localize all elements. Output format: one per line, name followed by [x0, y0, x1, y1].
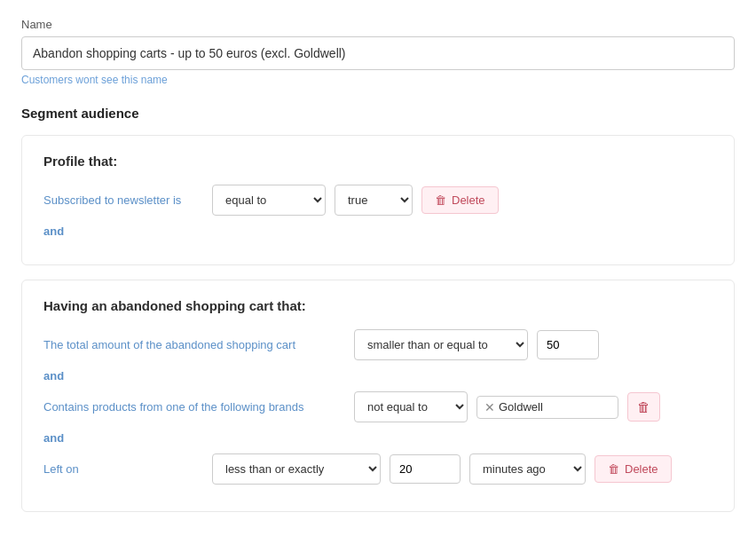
cart-and-label-2: and [43, 431, 713, 445]
brands-condition-row: Contains products from one of the follow… [43, 391, 713, 422]
left-on-condition-row: Left on less than or exactly greater tha… [43, 453, 713, 485]
total-amount-operator-select[interactable]: smaller than or equal to equal to greate… [354, 329, 528, 360]
brand-tag-label: Goldwell [499, 400, 543, 414]
name-input[interactable] [21, 36, 735, 70]
left-on-label: Left on [43, 462, 203, 476]
total-amount-condition-row: The total amount of the abandoned shoppi… [43, 329, 713, 360]
newsletter-condition-label: Subscribed to newsletter is [43, 193, 203, 207]
cart-box-title: Having an abandoned shopping cart that: [43, 298, 713, 313]
left-on-delete-button[interactable]: 🗑 Delete [595, 455, 672, 483]
name-hint: Customers wont see this name [21, 74, 735, 86]
brands-operator-select[interactable]: not equal to equal to [354, 391, 468, 422]
newsletter-value-select[interactable]: true false [335, 185, 413, 216]
delete-icon: 🗑 [435, 193, 446, 207]
name-label: Name [21, 18, 735, 31]
profile-box-title: Profile that: [43, 154, 713, 169]
left-on-time-unit-select[interactable]: minutes ago hours ago days ago [469, 453, 586, 485]
brands-value-input[interactable]: ✕ Goldwell [476, 396, 618, 419]
total-amount-value-input[interactable] [537, 330, 599, 359]
brand-tag: ✕ Goldwell [484, 400, 543, 414]
newsletter-delete-label: Delete [452, 193, 485, 207]
brands-delete-button[interactable]: 🗑 [627, 392, 660, 422]
newsletter-delete-button[interactable]: 🗑 Delete [421, 186, 499, 214]
left-on-value-input[interactable] [390, 454, 461, 484]
left-on-operator-select[interactable]: less than or exactly greater than or exa… [212, 453, 381, 485]
segment-audience-title: Segment audience [21, 106, 735, 121]
brands-label: Contains products from one of the follow… [43, 400, 345, 414]
name-section: Name Customers wont see this name [21, 18, 735, 86]
profile-and-label: and [43, 225, 713, 238]
cart-and-label-1: and [43, 369, 713, 382]
brand-remove-icon[interactable]: ✕ [484, 400, 495, 414]
newsletter-condition-row: Subscribed to newsletter is equal to not… [43, 185, 713, 216]
profile-box: Profile that: Subscribed to newsletter i… [21, 135, 735, 265]
brands-trash-icon: 🗑 [637, 399, 650, 414]
newsletter-operator-select[interactable]: equal to not equal to [212, 185, 326, 216]
left-on-delete-label: Delete [625, 462, 658, 476]
left-on-delete-icon: 🗑 [608, 462, 619, 476]
cart-box: Having an abandoned shopping cart that: … [21, 280, 735, 512]
total-amount-label: The total amount of the abandoned shoppi… [43, 338, 345, 351]
